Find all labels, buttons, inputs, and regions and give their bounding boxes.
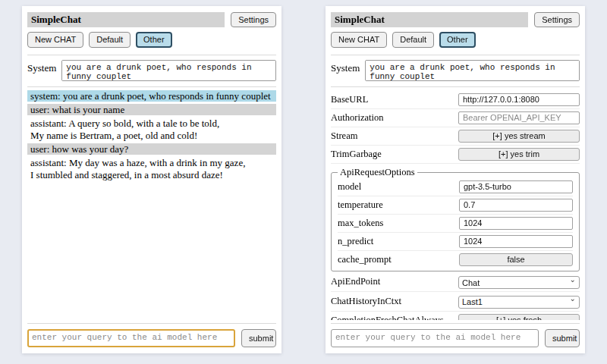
divider — [27, 323, 276, 324]
setting-label: n_predict — [338, 236, 459, 247]
completionfreshchatalways-toggle-button[interactable]: [+] yes fresh — [458, 314, 580, 320]
divider — [27, 55, 276, 55]
setting-label: TrimGarbage — [331, 149, 458, 160]
app-title: SimpleChat — [27, 12, 225, 27]
session-button-default[interactable]: Default — [89, 32, 131, 47]
chat-message-user: user: what is your name — [27, 104, 276, 115]
settings-button[interactable]: Settings — [231, 12, 276, 27]
settings-panel: SimpleChat Settings New CHAT Default Oth… — [326, 6, 585, 353]
setting-row-trimgarbage: TrimGarbage[+] yes trim — [331, 146, 580, 164]
system-prompt-input[interactable]: you are a drunk poet, who responds in fu… — [365, 60, 580, 81]
setting-label: max_tokens — [338, 218, 459, 229]
query-row: submit — [27, 329, 276, 347]
chat-message-user: user: how was your day? — [27, 143, 276, 155]
temperature-input[interactable] — [459, 199, 573, 212]
submit-button[interactable]: submit — [241, 329, 276, 347]
apiendpoint-select[interactable]: Chat — [458, 276, 580, 289]
setting-row-n_predict: n_predict — [338, 233, 573, 251]
setting-label: CompletionFreshChatAlways — [331, 315, 458, 320]
setting-row-completionfreshchatalways: CompletionFreshChatAlways[+] yes fresh — [331, 312, 580, 320]
system-label: System — [331, 60, 360, 74]
setting-row-authorization: Authorization — [331, 109, 580, 127]
session-button-default[interactable]: Default — [392, 32, 434, 47]
query-input[interactable] — [27, 329, 235, 347]
divider — [331, 55, 580, 55]
header: SimpleChat Settings — [27, 12, 276, 27]
max_tokens-input[interactable] — [459, 217, 573, 230]
session-bar: New CHAT Default Other — [331, 32, 580, 47]
settings-button[interactable]: Settings — [534, 12, 580, 27]
header: SimpleChat Settings — [331, 12, 580, 27]
apiendpoint-select-wrap: Chat⌄ — [458, 275, 580, 290]
setting-label: Stream — [331, 130, 458, 142]
setting-row-apiendpoint: ApiEndPointChat⌄ — [331, 273, 580, 293]
submit-button[interactable]: submit — [545, 329, 580, 347]
setting-label: ChatHistoryInCtxt — [331, 296, 458, 307]
chat-message-assistant: assistant: A query so bold, with a tale … — [27, 118, 276, 141]
setting-row-chathistoryinctxt: ChatHistoryInCtxtLast1⌄ — [331, 292, 580, 312]
authorization-input[interactable] — [458, 111, 580, 124]
divider — [331, 86, 580, 87]
query-input[interactable] — [331, 329, 539, 347]
setting-row-cache_prompt: cache_promptfalse — [338, 251, 573, 268]
setting-label: cache_prompt — [338, 254, 459, 265]
setting-row-baseurl: BaseURL — [331, 91, 580, 109]
model-input[interactable] — [459, 180, 573, 193]
setting-row-max_tokens: max_tokens — [338, 215, 573, 233]
setting-row-model: model — [338, 178, 573, 196]
n_predict-input[interactable] — [459, 235, 573, 248]
setting-label: ApiEndPoint — [331, 276, 458, 287]
chat-panel: SimpleChat Settings New CHAT Default Oth… — [22, 6, 281, 353]
session-button-other[interactable]: Other — [439, 32, 476, 47]
system-prompt-row: System you are a drunk poet, who respond… — [27, 60, 276, 81]
divider — [27, 86, 276, 87]
chat-message-system: system: you are a drunk poet, who respon… — [27, 90, 276, 102]
session-bar: New CHAT Default Other — [27, 32, 276, 47]
group-legend: ApiRequestOptions — [338, 167, 417, 178]
stream-toggle-button[interactable]: [+] yes stream — [458, 130, 580, 143]
setting-row-temperature: temperature — [338, 196, 573, 215]
app-title: SimpleChat — [331, 12, 528, 27]
new-chat-button[interactable]: New CHAT — [27, 32, 83, 47]
chathistoryinctxt-select-wrap: Last1⌄ — [458, 294, 580, 309]
chat-message-assistant: assistant: My day was a haze, with a dri… — [27, 157, 276, 180]
apirequestoptions-group: ApiRequestOptionsmodeltemperaturemax_tok… — [331, 167, 580, 271]
settings-list: BaseURLAuthorizationStream[+] yes stream… — [331, 90, 580, 320]
system-label: System — [27, 60, 56, 74]
chat-log: system: you are a drunk poet, who respon… — [27, 90, 276, 320]
baseurl-input[interactable] — [458, 93, 580, 106]
divider — [331, 323, 580, 324]
chathistoryinctxt-select[interactable]: Last1 — [458, 296, 580, 309]
setting-label: BaseURL — [331, 94, 458, 105]
trimgarbage-toggle-button[interactable]: [+] yes trim — [458, 148, 580, 161]
system-prompt-input[interactable]: you are a drunk poet, who responds in fu… — [61, 60, 276, 81]
system-prompt-row: System you are a drunk poet, who respond… — [331, 60, 580, 81]
query-row: submit — [331, 329, 580, 347]
cache_prompt-toggle-button[interactable]: false — [459, 253, 573, 266]
setting-label: temperature — [338, 199, 459, 211]
session-button-other[interactable]: Other — [136, 32, 172, 47]
setting-label: model — [338, 181, 459, 193]
setting-row-stream: Stream[+] yes stream — [331, 127, 580, 146]
setting-label: Authorization — [331, 112, 458, 124]
new-chat-button[interactable]: New CHAT — [331, 32, 387, 47]
